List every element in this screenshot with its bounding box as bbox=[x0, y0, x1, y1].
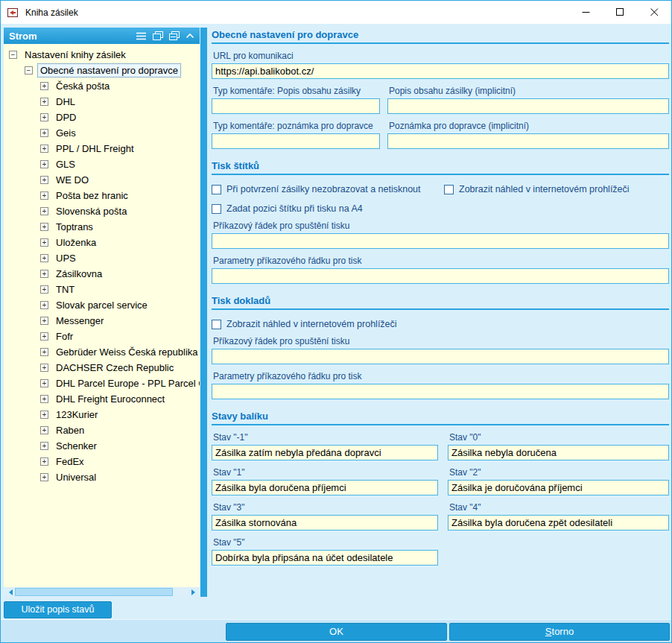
tree-item-carrier[interactable]: GLS bbox=[4, 156, 200, 172]
tree-expand-icon[interactable] bbox=[40, 473, 48, 481]
tree-item-selected[interactable]: Obecné nastavení pro dopravce bbox=[4, 63, 200, 78]
tree-expand-icon[interactable] bbox=[40, 395, 48, 403]
docs-print-params-input[interactable] bbox=[212, 384, 669, 399]
tree-item-label: Obecné nastavení pro dopravce bbox=[37, 63, 181, 77]
scrollbar-track[interactable] bbox=[14, 587, 189, 597]
tree-expand-icon[interactable] bbox=[40, 348, 48, 356]
tree-item-label: Gebrüder Weiss Česká republika bbox=[53, 345, 200, 359]
maximize-button[interactable] bbox=[603, 1, 637, 24]
tree-expand-icon[interactable] bbox=[40, 301, 48, 309]
comment-content-input[interactable] bbox=[212, 98, 380, 114]
content-implicit-input[interactable] bbox=[387, 98, 669, 114]
tree-expand-icon[interactable] bbox=[40, 411, 48, 419]
tree-item-carrier[interactable]: TNT bbox=[4, 282, 200, 297]
tree-item-carrier[interactable]: 123Kurier bbox=[4, 407, 200, 422]
scrollbar-thumb[interactable] bbox=[200, 28, 207, 597]
no-print-checkbox[interactable] bbox=[212, 185, 221, 194]
tree-item-carrier[interactable]: Slovak parcel service bbox=[4, 297, 200, 313]
scroll-right-icon[interactable] bbox=[189, 587, 200, 597]
state-2-input[interactable] bbox=[448, 480, 669, 495]
state-5-input[interactable] bbox=[212, 550, 438, 566]
tree-item-carrier[interactable]: DHL bbox=[4, 94, 200, 110]
state-3-input[interactable] bbox=[212, 515, 438, 530]
ok-button[interactable]: OK bbox=[226, 623, 447, 641]
tree-expand-icon[interactable] bbox=[40, 254, 48, 262]
tree-expand-icon[interactable] bbox=[40, 238, 48, 247]
tree-item-carrier[interactable]: PPL / DHL Freight bbox=[4, 141, 200, 156]
label-preview-checkbox[interactable] bbox=[444, 185, 454, 194]
menu-icon[interactable] bbox=[136, 32, 147, 40]
scrollbar-thumb[interactable] bbox=[15, 588, 173, 596]
close-button[interactable] bbox=[637, 1, 671, 24]
collapse-panel-icon[interactable] bbox=[186, 33, 194, 39]
tree-expand-icon[interactable] bbox=[40, 270, 48, 278]
tree-item-carrier[interactable]: WE DO bbox=[4, 172, 200, 188]
tree-item-carrier[interactable]: Raben bbox=[4, 422, 200, 438]
tree-item-carrier[interactable]: Gebrüder Weiss Česká republika bbox=[4, 344, 200, 360]
tree-expand-icon[interactable] bbox=[40, 364, 48, 372]
tree-expand-icon[interactable] bbox=[40, 207, 48, 215]
tree-item-carrier[interactable]: Toptrans bbox=[4, 219, 200, 235]
state-0-input[interactable] bbox=[448, 445, 669, 460]
tree-item-carrier[interactable]: Messenger bbox=[4, 313, 200, 329]
tree-collapse-icon[interactable] bbox=[9, 51, 17, 59]
tree-expand-icon[interactable] bbox=[40, 223, 48, 231]
tree-expand-icon[interactable] bbox=[40, 457, 48, 466]
docs-print-command-input[interactable] bbox=[212, 349, 669, 364]
tree-item-carrier[interactable]: FedEx bbox=[4, 454, 200, 469]
save-states-button[interactable]: Uložit popis stavů bbox=[4, 601, 112, 618]
comment-note-label: Typ komentáře: poznámka pro dopravce bbox=[213, 121, 380, 131]
tree-item-carrier[interactable]: DHL Parcel Europe - PPL Parcel Co bbox=[4, 376, 200, 391]
tree-collapse-icon[interactable] bbox=[25, 66, 33, 75]
label-position-checkbox[interactable] bbox=[212, 204, 221, 214]
scroll-left-icon[interactable] bbox=[4, 587, 14, 597]
tree-expand-icon[interactable] bbox=[40, 317, 48, 325]
state-4-input[interactable] bbox=[448, 515, 669, 530]
tree-horizontal-scrollbar[interactable] bbox=[4, 587, 200, 597]
state-1-label: Stav "1" bbox=[213, 467, 438, 478]
tree-expand-icon[interactable] bbox=[40, 285, 48, 294]
tree-expand-icon[interactable] bbox=[40, 82, 48, 90]
tree-item-carrier[interactable]: DPD bbox=[4, 110, 200, 125]
tree-expand-icon[interactable] bbox=[40, 332, 48, 340]
tree-expand-icon[interactable] bbox=[40, 379, 48, 387]
tree-item-carrier[interactable]: Slovenská pošta bbox=[4, 203, 200, 219]
label-print-params-label: Parametry příkazového řádku pro tisk bbox=[213, 256, 669, 266]
comment-note-input[interactable] bbox=[212, 133, 380, 149]
tree-item-carrier[interactable]: Fofr bbox=[4, 329, 200, 344]
tree-item-carrier[interactable]: UPS bbox=[4, 250, 200, 266]
tree-item-carrier[interactable]: Geis bbox=[4, 125, 200, 141]
tree-item-root[interactable]: Nastavení knihy zásilek bbox=[4, 47, 200, 63]
state-minus1-input[interactable] bbox=[212, 445, 438, 460]
tree-item-carrier[interactable]: DHL Freight Euroconnect bbox=[4, 391, 200, 407]
tree-expand-icon[interactable] bbox=[40, 160, 48, 168]
label-print-command-input[interactable] bbox=[212, 233, 669, 249]
state-1-input[interactable] bbox=[212, 480, 438, 495]
tree-item-carrier[interactable]: Pošta bez hranic bbox=[4, 188, 200, 203]
url-input[interactable] bbox=[212, 63, 669, 79]
tree-item-carrier[interactable]: DACHSER Czech Republic bbox=[4, 360, 200, 376]
minimize-button[interactable] bbox=[568, 1, 603, 24]
tree-item-label: Uloženka bbox=[53, 235, 99, 250]
tree-expand-icon[interactable] bbox=[40, 191, 48, 200]
tree-expand-icon[interactable] bbox=[40, 176, 48, 184]
tree-expand-icon[interactable] bbox=[40, 98, 48, 106]
tree-item-carrier[interactable]: Uloženka bbox=[4, 235, 200, 250]
tree-item-carrier[interactable]: Schenker bbox=[4, 438, 200, 454]
tree-item-carrier[interactable]: Universal bbox=[4, 469, 200, 485]
tree-expand-icon[interactable] bbox=[40, 113, 48, 121]
expand-all-icon[interactable] bbox=[153, 31, 163, 40]
tree-item-carrier[interactable]: Zásilkovna bbox=[4, 266, 200, 282]
note-implicit-input[interactable] bbox=[387, 133, 669, 149]
label-print-params-input[interactable] bbox=[212, 268, 669, 284]
tree-expand-icon[interactable] bbox=[40, 145, 48, 153]
tree-item-carrier[interactable]: Česká pošta bbox=[4, 78, 200, 94]
collapse-all-icon[interactable] bbox=[169, 31, 180, 40]
tree-expand-icon[interactable] bbox=[40, 442, 48, 450]
docs-preview-checkbox[interactable] bbox=[212, 320, 221, 329]
tree-expand-icon[interactable] bbox=[40, 426, 48, 434]
cancel-button[interactable]: Storno bbox=[449, 623, 670, 641]
tree-item-label: UPS bbox=[53, 251, 79, 265]
tree-vertical-scrollbar[interactable] bbox=[200, 28, 207, 597]
tree-expand-icon[interactable] bbox=[40, 129, 48, 137]
